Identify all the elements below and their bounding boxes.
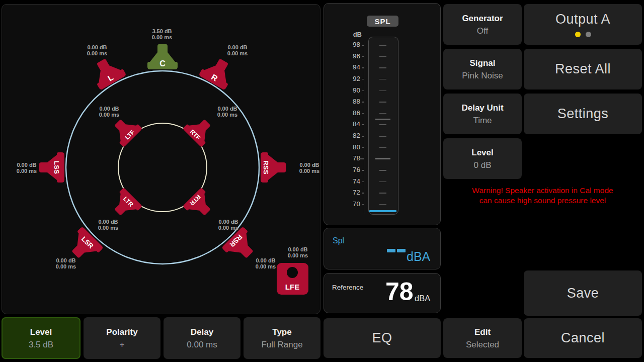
type-button[interactable]: Type Full Range xyxy=(244,317,320,359)
speaker-c[interactable]: C xyxy=(147,44,178,69)
gain-value: 0.00 dB xyxy=(203,219,254,225)
speaker-rtr-gain-delay-label: 0.00 dB 0.00 ms xyxy=(203,219,254,231)
meter-tick-label-98: 98 xyxy=(338,41,360,49)
cancel-button[interactable]: Cancel xyxy=(524,318,642,358)
channel-level-button[interactable]: Level 3.5 dB xyxy=(2,317,80,359)
delay-value: 0.00 ms xyxy=(83,225,133,231)
type-value: Full Range xyxy=(261,338,302,351)
eq-button[interactable]: EQ xyxy=(324,318,441,358)
meter-axis-tick xyxy=(362,90,364,92)
spl-meter-unit: dB xyxy=(344,31,362,38)
output-a-button[interactable]: Output A xyxy=(524,4,642,45)
reference-panel[interactable]: Reference 78 dBA xyxy=(324,273,441,313)
generator-label: Generator xyxy=(462,12,503,25)
speaker-r-gain-delay-label: 0.00 dB 0.00 ms xyxy=(212,44,263,56)
polarity-value: + xyxy=(120,338,125,351)
meter-axis-line xyxy=(364,41,364,214)
generator-button[interactable]: Generator Off xyxy=(443,4,522,45)
meter-level-bar xyxy=(369,210,396,212)
delay-value: 0.00 ms xyxy=(72,50,122,56)
delay-unit-button[interactable]: Delay Unit Time xyxy=(443,94,522,134)
signal-button[interactable]: Signal Pink Noise xyxy=(443,49,522,89)
meter-axis-tick xyxy=(362,79,364,80)
channel-level-value: 3.5 dB xyxy=(29,338,53,351)
meter-bar-tick xyxy=(379,124,386,125)
output-dot-inactive xyxy=(586,32,591,37)
meter-bar-tick xyxy=(375,158,390,159)
meter-axis-tick xyxy=(362,45,364,46)
meter-tick-label-80: 80 xyxy=(338,143,360,151)
gain-value: 0.00 dB xyxy=(273,246,323,252)
outer-circle xyxy=(66,71,259,264)
speaker-c-gain-delay-label: 3.50 dB 0.00 ms xyxy=(137,28,187,40)
channel-level-label: Level xyxy=(30,326,52,338)
meter-axis-tick xyxy=(362,56,364,57)
save-label: Save xyxy=(567,286,599,301)
meter-bar-tick xyxy=(379,67,386,68)
output-dot-active xyxy=(575,32,581,37)
reference-value: 78 xyxy=(385,278,414,306)
speaker-lfe-gain-delay-label: 0.00 dB 0.00 ms xyxy=(273,246,323,258)
meter-tick-label-88: 88 xyxy=(338,98,360,106)
type-label: Type xyxy=(272,326,291,338)
edit-selected-button[interactable]: Edit Selected xyxy=(443,318,522,358)
meter-tick-label-74: 74 xyxy=(338,177,360,186)
speaker-l-gain-delay-label: 0.00 dB 0.00 ms xyxy=(72,44,122,56)
spl-readout-unit: dBA xyxy=(407,249,430,264)
subwoofer-port-icon xyxy=(287,267,298,278)
meter-axis-tick xyxy=(362,182,364,183)
speaker-lfe[interactable]: LFE xyxy=(277,263,308,295)
speaker-ltf-gain-delay-label: 0.00 dB 0.00 ms xyxy=(84,106,134,118)
speaker-ltr-gain-delay-label: 0.00 dB 0.00 ms xyxy=(83,219,133,231)
delay-unit-label: Delay Unit xyxy=(461,102,503,114)
settings-label: Settings xyxy=(557,106,609,122)
edit-value: Selected xyxy=(466,338,499,351)
speaker-rss[interactable]: RSS xyxy=(261,152,286,183)
gain-value: 0.00 dB xyxy=(2,162,52,168)
delay-button[interactable]: Delay 0.00 ms xyxy=(164,317,240,359)
delay-value: 0.00 ms xyxy=(187,338,217,351)
delay-label: Delay xyxy=(191,326,213,338)
spl-meter-title: SPL xyxy=(367,16,398,27)
signal-label: Signal xyxy=(469,57,495,69)
output-page-dots xyxy=(575,32,591,37)
meter-axis-tick xyxy=(362,113,364,114)
save-button[interactable]: Save xyxy=(524,270,642,316)
meter-axis-tick xyxy=(359,158,364,159)
reset-all-label: Reset All xyxy=(555,61,611,77)
reference-unit: dBA xyxy=(415,294,430,303)
cal-mode-warning: Warning! Speaker activation in Cal mode … xyxy=(443,186,642,206)
polarity-button[interactable]: Polarity + xyxy=(84,317,160,359)
reference-label: Reference xyxy=(332,284,363,291)
output-a-label: Output A xyxy=(555,12,610,27)
cancel-label: Cancel xyxy=(561,330,605,346)
meter-bar-tick xyxy=(379,56,386,57)
speaker-c-label: C xyxy=(159,59,166,68)
reset-all-button[interactable]: Reset All xyxy=(524,49,642,89)
meter-tick-label-96: 96 xyxy=(338,52,360,60)
meter-tick-label-72: 72 xyxy=(338,189,360,197)
settings-button[interactable]: Settings xyxy=(524,94,642,134)
meter-bar-tick xyxy=(379,113,386,114)
speaker-map-stage: C 3.50 dB 0.00 ms L 0.00 dB 0.00 ms R 0.… xyxy=(2,5,320,314)
meter-axis-tick xyxy=(362,147,364,148)
speaker-lss-label: LSS xyxy=(53,161,60,174)
speaker-lfe-label: LFE xyxy=(277,283,308,291)
meter-bar-tick xyxy=(379,90,386,92)
delay-value: 0.00 ms xyxy=(137,34,187,40)
meter-tick-label-70: 70 xyxy=(338,200,360,208)
warning-line-2: can cause high sound pressure level xyxy=(443,196,642,206)
meter-bar-tick xyxy=(379,170,386,171)
spl-readout-panel: Spl dBA xyxy=(324,228,441,269)
meter-axis-tick xyxy=(362,67,364,68)
output-level-button[interactable]: Level 0 dB xyxy=(443,138,522,179)
gain-value: 0.00 dB xyxy=(83,219,133,225)
gain-value: 0.00 dB xyxy=(212,44,263,50)
eq-label: EQ xyxy=(372,330,392,346)
meter-bar-tick xyxy=(379,79,386,80)
gain-value: 0.00 dB xyxy=(41,257,91,263)
meter-bar-tick xyxy=(379,45,386,46)
gain-value: 0.00 dB xyxy=(84,106,134,112)
speaker-rss-label: RSS xyxy=(262,160,270,174)
delay-value: 0.00 ms xyxy=(273,252,323,258)
